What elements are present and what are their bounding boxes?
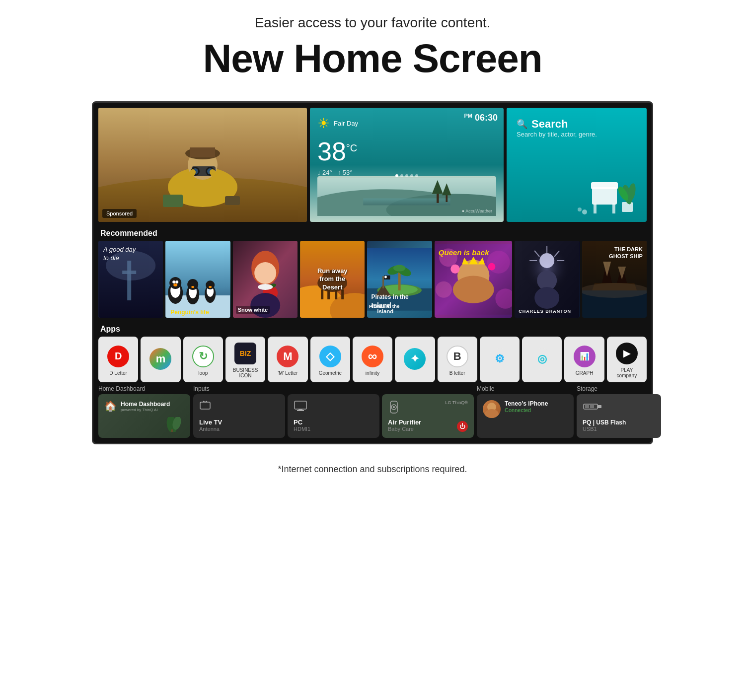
rec-item-charles[interactable]: CHARLES BRANTON [515,241,579,318]
usb-subtitle: USB1 [583,426,655,432]
iphone-card[interactable]: Teneo's iPhone Connected [477,394,574,438]
power-button[interactable]: ⏻ [457,421,468,432]
svg-rect-14 [225,196,240,205]
app-rings[interactable]: ◎ [522,337,562,382]
app-m-letter[interactable]: M 'M' Letter [268,337,307,382]
mobile-section: Mobile Teneo's iPhone Connected [477,385,574,438]
pc-subtitle: HDMI1 [294,426,373,432]
home-dashboard-card[interactable]: 🏠 Home Dashboard powered by ThinQ AI [98,394,190,438]
svg-point-43 [176,280,179,283]
iphone-title: Teneo's iPhone [505,400,548,407]
svg-rect-26 [612,204,615,213]
time-value: 06:30 [475,113,498,123]
air-purifier-subtitle: Baby Care [388,426,421,432]
time-period: PM [464,113,472,119]
app-d-letter[interactable]: D D Letter [98,337,138,382]
rec-item-desert[interactable]: Run awayfrom theDesert [300,241,365,318]
svg-rect-27 [622,202,633,212]
rec-item-snow-white[interactable]: Snow white [233,241,298,318]
usb-card[interactable]: PQ | USB Flash USB1 [577,394,661,438]
infinity-label: infinity [366,370,379,376]
top-section: Easier access to your favorite content. … [0,0,745,91]
weather-time: PM 06:30 [464,113,498,123]
business-icon: BIZ [234,343,256,364]
air-purifier-title: Air Purifier [388,419,421,426]
svg-rect-23 [592,187,617,205]
penguins-svg: Penguin's life [165,241,230,318]
play-label: PLAYcompany [617,367,637,378]
air-purifier-top: LG ThinQ® [388,400,468,415]
svg-point-115 [582,283,647,298]
air-purifier-card[interactable]: LG ThinQ® Air Purifier Baby Care ⏻ [382,394,474,438]
top-title: New Home Screen [10,36,735,81]
app-graph[interactable]: 📊 GRAPH [564,337,604,382]
svg-rect-122 [295,401,306,409]
app-geometric[interactable]: ◇ Geometric [310,337,350,382]
svg-point-31 [582,210,587,214]
app-business[interactable]: BIZ BUSINESS ICON [225,337,265,382]
app-play[interactable]: ▶ PLAYcompany [607,337,647,382]
svg-point-106 [534,287,559,309]
svg-point-51 [206,280,215,289]
svg-point-52 [209,286,212,288]
home-dashboard-subtitle: powered by ThinQ AI [121,408,170,412]
dot-3 [405,174,408,177]
svg-rect-119 [200,402,210,409]
disclaimer-text: *Internet connection and subscriptions r… [278,464,467,474]
search-hint: Search by title, actor, genre. [517,131,637,138]
rec-title-snow-white: Snow white [236,306,270,314]
recommended-row: A good dayto die [98,241,647,318]
dashboard-section: Home Dashboard 🏠 Home Dashboard powered … [98,385,647,438]
home-dashboard-section: Home Dashboard 🏠 Home Dashboard powered … [98,385,190,438]
app-b-letter[interactable]: B B letter [438,337,477,382]
svg-point-48 [192,286,195,288]
svg-rect-131 [597,405,601,408]
svg-point-83 [384,276,387,279]
pc-card[interactable]: PC HDMI1 [288,394,379,438]
weather-landscape-image: ● AccuWeather [317,176,496,216]
rings-icon: ◎ [531,348,553,370]
m-letter-icon: M [277,346,298,367]
home-dashboard-top: 🏠 Home Dashboard powered by ThinQ AI [104,400,184,412]
svg-point-32 [578,208,582,211]
app-m[interactable]: m [141,337,180,382]
search-label: Search [531,118,568,131]
home-icon: 🏠 [104,400,117,412]
weather-widget[interactable]: PM 06:30 ☀ Fair Day 38°C ↓ 24° ↑ 53° [310,108,504,222]
iphone-top: Teneo's iPhone Connected [483,400,568,418]
rec-item-good-day[interactable]: A good dayto die [98,241,163,318]
rec-item-pirates[interactable]: Pirates in the Island Pirates in theIsla… [367,241,432,318]
live-tv-card[interactable]: Live TV Antenna [193,394,285,438]
usb-title: PQ | USB Flash [583,419,655,426]
d-letter-label: D Letter [109,370,127,376]
svg-point-41 [170,277,182,289]
rec-item-ghost-ship[interactable]: THE DARKGHOST SHIP [582,241,647,318]
decor-svg [565,160,644,219]
app-loop[interactable]: ↻ loop [183,337,223,382]
app-gear[interactable]: ⚙ [480,337,520,382]
svg-rect-118 [171,429,173,432]
svg-rect-81 [382,276,384,288]
hero-main-banner[interactable]: Sponsored [98,108,307,222]
usb-info: PQ | USB Flash USB1 [583,419,655,432]
svg-point-44 [174,283,178,286]
dot-5 [415,174,418,177]
pc-info: PC HDMI1 [294,419,373,432]
hero-row: Sponsored PM 06:30 ☀ Fair Day 38°C ↓ 24°… [98,108,647,222]
rec-item-penguins[interactable]: Penguin's life [165,241,230,318]
footer-disclaimer: *Internet connection and subscriptions r… [0,454,745,482]
usb-icon [583,400,602,413]
tv-screen: Sponsored PM 06:30 ☀ Fair Day 38°C ↓ 24°… [92,101,653,444]
app-infinity[interactable]: ∞ infinity [353,337,392,382]
svg-point-42 [173,280,176,283]
pc-title: PC [294,419,373,426]
iphone-info: Teneo's iPhone Connected [505,400,548,413]
search-widget[interactable]: 🔍 Search Search by title, actor, genre. [507,108,647,222]
apps-label: Apps [98,321,647,337]
usb-icon-wrap [583,400,655,415]
rec-item-queen[interactable]: Queen is back [435,241,512,318]
home-dashboard-text: Home Dashboard powered by ThinQ AI [121,401,170,412]
svg-point-60 [250,293,280,318]
sponsored-badge: Sponsored [102,209,137,218]
app-v[interactable]: ✦ [395,337,435,382]
